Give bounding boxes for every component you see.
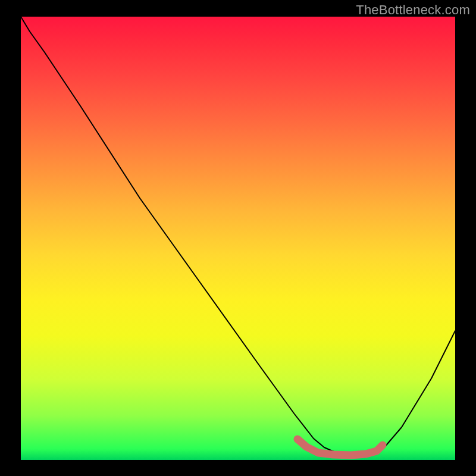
bottleneck-floor-path bbox=[298, 439, 383, 455]
chart-frame: TheBottleneck.com bbox=[0, 0, 476, 476]
watermark-text: TheBottleneck.com bbox=[356, 2, 470, 18]
plot-area bbox=[21, 17, 455, 460]
bottleneck-curve-path bbox=[21, 17, 455, 455]
chart-svg bbox=[21, 17, 455, 460]
